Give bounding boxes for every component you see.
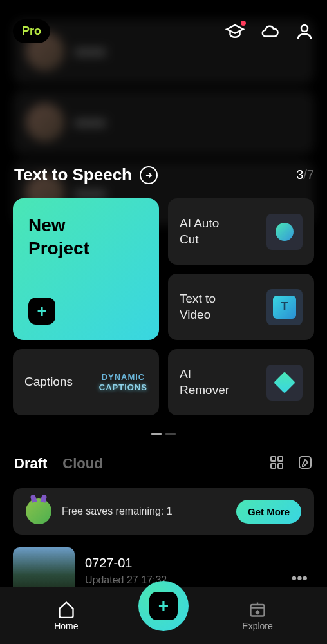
svg-point-0	[301, 25, 308, 32]
fab-create[interactable]: +	[138, 581, 189, 631]
get-more-button[interactable]: Get More	[236, 500, 301, 524]
profile-icon[interactable]	[295, 22, 314, 41]
tab-cloud[interactable]: Cloud	[62, 455, 102, 472]
nav-home-label: Home	[54, 621, 78, 631]
draft-name: 0727-01	[85, 556, 275, 571]
remover-icon	[266, 365, 303, 401]
section-title: Text to Speech	[14, 165, 132, 185]
grid-view-icon[interactable]	[269, 455, 285, 473]
tools-grid: New Project + AI Auto Cut Text to Video …	[13, 198, 314, 415]
promo-bar: Free saves remaining: 1 Get More	[13, 488, 314, 535]
pro-badge[interactable]: Pro	[13, 19, 50, 43]
svg-rect-4	[278, 464, 283, 468]
header: Pro	[0, 19, 327, 43]
svg-rect-2	[278, 457, 283, 461]
draft-meta: Updated 27 17:32	[85, 574, 275, 586]
plus-icon: +	[28, 298, 55, 325]
ai-auto-cut-label: AI Auto Cut	[180, 216, 219, 247]
ai-cut-icon	[266, 214, 303, 250]
captions-label: Captions	[24, 374, 73, 390]
svg-rect-5	[299, 457, 311, 468]
new-project-button[interactable]: New Project +	[13, 198, 159, 340]
captions-button[interactable]: Captions DYNAMIC CAPTIONS	[13, 349, 159, 415]
nav-explore[interactable]: Explore	[242, 600, 272, 631]
cloud-icon[interactable]	[260, 22, 279, 41]
svg-rect-3	[271, 464, 276, 468]
home-icon	[57, 600, 75, 618]
dynamic-captions-icon: DYNAMIC CAPTIONS	[99, 372, 147, 392]
promo-icon	[26, 498, 51, 524]
ai-remover-label: AI Remover	[180, 366, 229, 398]
arrow-right-icon	[140, 166, 158, 184]
new-project-label: New Project	[28, 214, 144, 261]
text-to-speech-link[interactable]: Text to Speech	[14, 165, 158, 185]
graduate-icon[interactable]	[225, 22, 245, 41]
section-header: Text to Speech 3/7	[14, 165, 314, 185]
page-indicator	[151, 433, 176, 435]
nav-explore-label: Explore	[242, 621, 272, 631]
text-to-video-label: Text to Video	[180, 291, 216, 323]
promo-text: Free saves remaining: 1	[62, 506, 173, 517]
ai-remover-button[interactable]: AI Remover	[168, 349, 314, 415]
tab-draft[interactable]: Draft	[14, 455, 47, 472]
text-video-icon: T	[266, 289, 303, 325]
explore-icon	[248, 600, 266, 618]
page-counter: 3/7	[296, 167, 314, 182]
drafts-header: Draft Cloud	[14, 455, 313, 473]
svg-rect-1	[271, 457, 276, 461]
ai-auto-cut-button[interactable]: AI Auto Cut	[168, 198, 314, 265]
nav-home[interactable]: Home	[54, 600, 78, 631]
plus-icon: +	[149, 592, 178, 620]
text-to-video-button[interactable]: Text to Video T	[168, 274, 314, 340]
edit-icon[interactable]	[297, 455, 313, 473]
